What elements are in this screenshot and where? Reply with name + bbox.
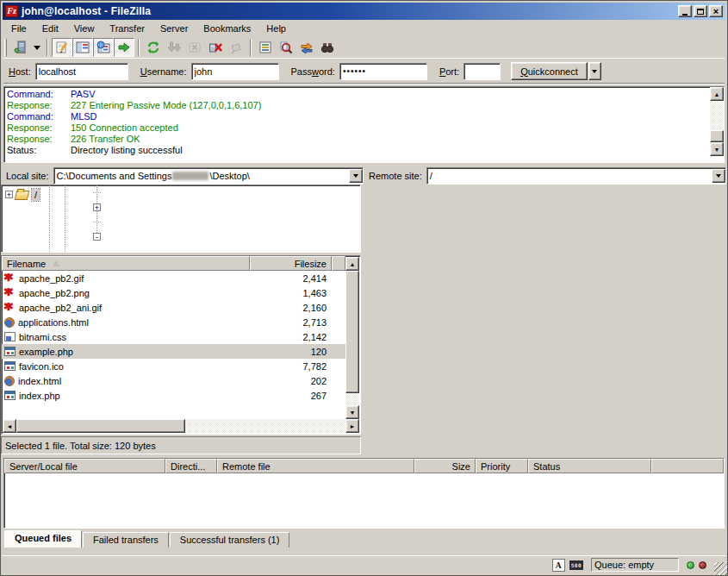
remote-list-vscrollbar[interactable]: ▲ ▼ xyxy=(345,257,359,419)
remote-site-bar: Remote site: / xyxy=(366,166,726,185)
refresh-button[interactable] xyxy=(143,38,164,57)
menu-bookmarks[interactable]: Bookmarks xyxy=(196,22,258,35)
scroll-thumb[interactable] xyxy=(16,419,185,433)
speed-limit-icon[interactable]: 500 xyxy=(569,560,583,570)
filter-button[interactable] xyxy=(255,38,276,57)
menu-help[interactable]: Help xyxy=(258,22,294,35)
cancel-icon xyxy=(188,41,202,54)
menu-view[interactable]: View xyxy=(66,22,103,35)
find-files-button[interactable] xyxy=(317,38,338,57)
caret-down-icon xyxy=(353,174,358,178)
process-queue-button[interactable] xyxy=(164,38,184,57)
remote-file-list: Filename Filesize apache_pb2.gif 2,414 a… xyxy=(1,255,361,435)
menu-bar: FileEditViewTransferServerBookmarksHelp xyxy=(3,21,725,36)
column-header-filename[interactable]: Filename xyxy=(2,256,250,271)
filezilla-window: Fz john@localhost - FileZilla × FileEdit… xyxy=(0,0,728,576)
tree-expander[interactable]: + xyxy=(93,203,101,211)
remote-site-dropdown[interactable] xyxy=(712,169,725,183)
file-icon xyxy=(4,347,16,356)
host-input[interactable] xyxy=(35,63,128,80)
toggle-local-tree-button[interactable] xyxy=(72,38,93,57)
redacted-username xyxy=(172,172,208,180)
directory-comparison-button[interactable] xyxy=(276,38,296,57)
site-manager-dropdown[interactable] xyxy=(31,38,43,57)
quickconnect-dropdown[interactable] xyxy=(588,62,601,80)
password-input[interactable] xyxy=(339,63,427,80)
queue-tabs: Queued filesFailed transfersSuccessful t… xyxy=(4,529,725,548)
tab-successful-transfers[interactable]: Successful transfers (1) xyxy=(170,532,290,548)
tree-item[interactable]: + / xyxy=(5,187,360,202)
scroll-down-button[interactable]: ▼ xyxy=(345,405,359,419)
filter-icon xyxy=(258,41,272,54)
remote-site-combo[interactable]: / xyxy=(426,167,726,185)
menu-edit[interactable]: Edit xyxy=(34,22,66,35)
example.php[interactable]: example.php 120 xyxy=(2,344,345,359)
tree-expander[interactable] xyxy=(93,189,101,197)
log-scrollbar[interactable]: ▲ ▼ xyxy=(710,87,724,162)
file-icon xyxy=(4,332,16,341)
scroll-thumb[interactable] xyxy=(710,130,724,142)
menu-transfer[interactable]: Transfer xyxy=(102,22,152,35)
toggle-remote-tree-button[interactable] xyxy=(93,38,114,57)
column-header-direction[interactable]: Directi... xyxy=(165,459,217,473)
column-header-status[interactable]: Status xyxy=(528,459,651,473)
minimize-button[interactable] xyxy=(678,5,692,17)
reconnect-button[interactable] xyxy=(226,38,246,57)
scroll-down-button[interactable]: ▼ xyxy=(710,142,724,156)
index.html[interactable]: index.html 202 xyxy=(2,373,345,388)
tree-expander[interactable]: + xyxy=(5,191,13,198)
menu-server[interactable]: Server xyxy=(152,22,196,35)
site-manager-button[interactable] xyxy=(10,38,31,57)
tab-queued-files[interactable]: Queued files xyxy=(4,530,82,548)
caret-down-icon xyxy=(592,70,597,73)
column-header-priority[interactable]: Priority xyxy=(476,459,528,473)
toggle-message-log-button[interactable] xyxy=(52,38,72,57)
column-header-filesize[interactable]: Filesize xyxy=(250,256,332,271)
bitnami.css[interactable]: bitnami.css 2,142 xyxy=(2,329,345,344)
menu-file[interactable]: File xyxy=(3,22,34,35)
maximize-button[interactable] xyxy=(694,5,707,17)
local-site-label: Local site: xyxy=(6,171,49,181)
quickconnect-button[interactable]: Quickconnect xyxy=(511,62,588,80)
disconnect-icon xyxy=(208,41,222,54)
toggle-transfer-queue-button[interactable] xyxy=(114,38,134,57)
send-activity-led xyxy=(699,561,706,569)
scroll-left-button[interactable]: ◄ xyxy=(3,419,16,433)
maximize-icon xyxy=(697,9,704,15)
close-icon: × xyxy=(713,7,719,16)
local-site-dropdown[interactable] xyxy=(349,169,363,183)
port-input[interactable] xyxy=(464,63,501,80)
scroll-thumb[interactable] xyxy=(345,271,359,393)
username-input[interactable] xyxy=(191,63,279,80)
column-header-server-local-file[interactable]: Server/Local file xyxy=(4,459,165,473)
favicon.ico[interactable]: favicon.ico 7,782 xyxy=(2,359,345,373)
scroll-right-button[interactable]: ► xyxy=(345,419,359,433)
remote-list-hscrollbar[interactable]: ◄ ► xyxy=(3,419,359,433)
message-log: Command:PASV Response:227 Entering Passi… xyxy=(3,86,725,163)
close-button[interactable]: × xyxy=(709,5,723,17)
apache_pb2.png[interactable]: apache_pb2.png 1,463 xyxy=(2,285,345,300)
cancel-operation-button[interactable] xyxy=(184,38,205,57)
title-bar[interactable]: Fz john@localhost - FileZilla × xyxy=(3,3,725,20)
scroll-up-button[interactable]: ▲ xyxy=(710,87,724,101)
toolbar-grip[interactable] xyxy=(4,39,7,56)
reconnect-icon xyxy=(229,41,243,54)
transfer-queue-panel: Server/Local file Directi... Remote file… xyxy=(3,458,725,529)
column-header-size[interactable]: Size xyxy=(414,459,476,473)
tree-expander[interactable]: - xyxy=(93,233,101,241)
tab-failed-transfers[interactable]: Failed transfers xyxy=(83,532,169,548)
apache_pb2_ani.gif[interactable]: apache_pb2_ani.gif 2,160 xyxy=(2,300,345,315)
local-site-combo[interactable]: C:\Documents and Settings\Desktop\ xyxy=(53,167,364,185)
tree-expander[interactable] xyxy=(93,218,101,226)
scroll-up-button[interactable]: ▲ xyxy=(345,257,359,271)
disconnect-button[interactable] xyxy=(205,38,226,57)
column-header-remote-file[interactable]: Remote file xyxy=(217,459,414,473)
local-site-bar: Local site: C:\Documents and Settings\De… xyxy=(3,166,364,185)
applications.html[interactable]: applications.html 2,713 xyxy=(2,315,345,329)
recv-activity-led xyxy=(687,561,694,569)
index.php[interactable]: index.php 267 xyxy=(2,388,345,403)
apache_pb2.gif[interactable]: apache_pb2.gif 2,414 xyxy=(2,271,345,285)
synchronized-browsing-button[interactable] xyxy=(296,38,317,57)
resize-grip[interactable] xyxy=(714,562,727,575)
transfer-type-icon[interactable]: A xyxy=(552,559,565,572)
